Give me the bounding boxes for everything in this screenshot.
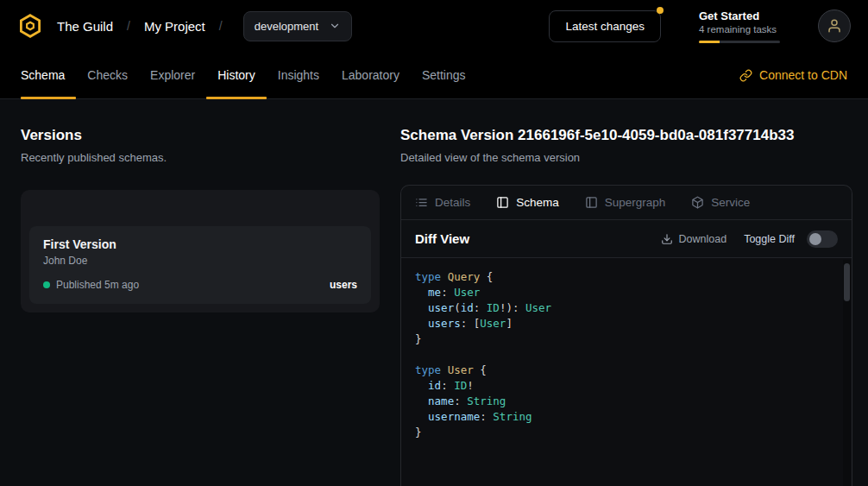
main-content: Versions Recently published schemas. Fir… (0, 99, 868, 486)
project-name[interactable]: My Project (144, 19, 205, 34)
code-line: type Query { (415, 269, 838, 285)
tab-history[interactable]: History (206, 52, 267, 98)
supergraph-icon (585, 196, 598, 209)
code-line: name: String (415, 394, 838, 409)
versions-panel: Versions Recently published schemas. Fir… (0, 127, 380, 486)
box-icon (691, 196, 704, 209)
get-started-progress-bar (699, 41, 780, 43)
code-line: username: String (415, 409, 838, 425)
versions-card: First Version John Doe Published 5m ago … (21, 190, 380, 312)
diff-toolbar: Diff View Download Toggle Diff (401, 220, 852, 258)
tab-service-label: Service (711, 196, 750, 209)
get-started-remaining-tasks: 4 remaining tasks (699, 24, 780, 35)
top-header: The Guild / My Project / development Lat… (0, 0, 868, 52)
code-line (415, 347, 838, 363)
latest-changes-button[interactable]: Latest changes (549, 10, 661, 42)
code-scrollbar[interactable] (843, 260, 851, 486)
link-icon (739, 69, 752, 82)
diff-view-title: Diff View (415, 231, 469, 246)
tab-supergraph-label: Supergraph (605, 196, 666, 209)
connect-to-cdn-link[interactable]: Connect to CDN (739, 52, 847, 98)
tab-schema[interactable]: Schema (21, 52, 76, 98)
published-status-dot (43, 281, 50, 288)
main-nav: Schema Checks Explorer History Insights … (0, 52, 868, 99)
tab-details[interactable]: Details (415, 196, 470, 209)
toggle-diff-switch[interactable] (807, 230, 838, 248)
chevron-down-icon (329, 20, 341, 32)
version-status: Published 5m ago (56, 279, 139, 291)
code-line: type User { (415, 363, 838, 378)
version-name: First Version (43, 237, 357, 251)
toggle-diff-label: Toggle Diff (744, 233, 795, 245)
code-line: me: User (415, 285, 838, 300)
tab-explorer[interactable]: Explorer (139, 52, 206, 98)
versions-title: Versions (21, 127, 380, 144)
tab-details-label: Details (435, 196, 470, 209)
scrollbar-thumb[interactable] (844, 263, 850, 301)
code-line: } (415, 331, 838, 347)
version-service-tag: users (330, 279, 357, 291)
tab-service[interactable]: Service (691, 196, 750, 209)
code-line: id: ID! (415, 378, 838, 394)
environment-select-value: development (255, 20, 318, 33)
avatar[interactable] (818, 9, 851, 42)
tab-schema-label: Schema (516, 196, 559, 209)
code-line: } (415, 425, 838, 440)
get-started-widget[interactable]: Get Started 4 remaining tasks (699, 9, 780, 43)
code-line: user(id: ID!): User (415, 300, 838, 316)
connect-to-cdn-label: Connect to CDN (759, 68, 847, 82)
schema-icon (496, 196, 509, 209)
list-icon (415, 196, 428, 209)
code-line: users: [User] (415, 316, 838, 331)
tab-laboratory[interactable]: Laboratory (330, 52, 411, 98)
breadcrumb-separator: / (219, 19, 223, 33)
tab-supergraph[interactable]: Supergraph (585, 196, 666, 209)
breadcrumb-separator: / (127, 19, 130, 33)
tab-schema-detail[interactable]: Schema (496, 196, 559, 209)
code-block[interactable]: type Query { me: User user(id: ID!): Use… (401, 258, 852, 486)
environment-select[interactable]: development (243, 11, 352, 41)
detail-tabbar: Details Schema Supergraph (401, 186, 852, 220)
versions-subtitle: Recently published schemas. (21, 151, 380, 164)
tab-insights[interactable]: Insights (267, 52, 330, 98)
get-started-title: Get Started (699, 9, 780, 22)
version-list-item[interactable]: First Version John Doe Published 5m ago … (29, 226, 371, 304)
hive-logo-icon[interactable] (17, 13, 43, 39)
schema-detail-card: Details Schema Supergraph (400, 185, 852, 486)
download-button[interactable]: Download (661, 233, 727, 245)
user-icon (827, 18, 842, 34)
download-label: Download (679, 233, 727, 245)
schema-version-title: Schema Version 2166196f-5e10-4059-bd0a-0… (400, 127, 852, 144)
version-author: John Doe (43, 255, 357, 267)
tab-checks[interactable]: Checks (76, 52, 139, 98)
version-detail-panel: Schema Version 2166196f-5e10-4059-bd0a-0… (380, 127, 868, 486)
org-name[interactable]: The Guild (57, 19, 113, 34)
notification-dot (657, 7, 664, 14)
tab-settings[interactable]: Settings (411, 52, 477, 98)
get-started-progress-fill (699, 41, 720, 43)
toggle-knob (809, 233, 821, 245)
schema-version-subtitle: Detailed view of the schema version (400, 151, 852, 164)
download-icon (661, 233, 673, 245)
